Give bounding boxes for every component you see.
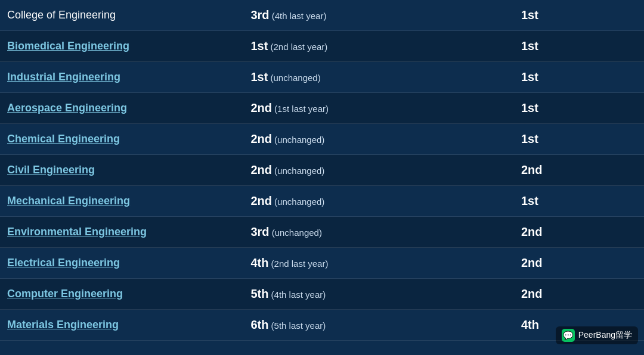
rank-main: 2nd — [250, 163, 272, 176]
rank2-cell: 2nd — [515, 248, 644, 279]
dept-link[interactable]: Electrical Engineering — [7, 257, 120, 269]
dept-link[interactable]: Industrial Engineering — [7, 71, 120, 83]
rank-main: 4th — [250, 256, 268, 269]
rank-main: 1st — [250, 39, 268, 52]
dept-link[interactable]: Biomedical Engineering — [7, 40, 129, 52]
dept-link[interactable]: Materials Engineering — [7, 319, 119, 331]
rank-main: 1st — [250, 70, 268, 83]
dept-cell: College of Engineering — [0, 0, 244, 31]
rank-cell: 1st (2nd last year) — [244, 31, 515, 62]
rank2-cell: 1st — [515, 31, 644, 62]
dept-cell: Aerospace Engineering — [0, 93, 244, 124]
rank2-main: 1st — [521, 132, 538, 145]
rank2-main: 4th — [521, 318, 539, 331]
dept-cell: Industrial Engineering — [0, 62, 244, 93]
rank2-cell: 1st — [515, 93, 644, 124]
rank-cell: 5th (4th last year) — [244, 279, 515, 310]
rank-cell: 6th (5th last year) — [244, 310, 515, 341]
rank-sub: (5th last year) — [268, 320, 326, 331]
rank-sub: (1st last year) — [272, 104, 329, 114]
rank-sub: (unchanged) — [270, 228, 322, 238]
rank-sub: (unchanged) — [268, 73, 320, 83]
dept-link[interactable]: Environmental Engineering — [7, 226, 147, 238]
dept-cell: Mechanical Engineering — [0, 186, 244, 217]
dept-cell: Materials Engineering — [0, 310, 244, 341]
rank2-main: 2nd — [521, 163, 543, 176]
rank-main: 6th — [250, 318, 268, 331]
rank-cell: 2nd (unchanged) — [244, 124, 515, 155]
rank-sub: (2nd last year) — [268, 42, 327, 52]
dept-cell: Civil Engineering — [0, 155, 244, 186]
rank2-cell: 1st — [515, 62, 644, 93]
rank-sub: (4th last year) — [270, 11, 327, 21]
table-row: Chemical Engineering2nd (unchanged)1st — [0, 124, 644, 155]
table-row: Civil Engineering2nd (unchanged)2nd — [0, 155, 644, 186]
rank-main: 3rd — [250, 225, 269, 238]
watermark: 💬 PeerBang留学 — [556, 326, 638, 344]
table-row: College of Engineering3rd (4th last year… — [0, 0, 644, 31]
rank2-cell: 1st — [515, 124, 644, 155]
table-row: Environmental Engineering3rd (unchanged)… — [0, 217, 644, 248]
dept-cell: Biomedical Engineering — [0, 31, 244, 62]
rank-sub: (unchanged) — [272, 135, 324, 145]
dept-cell: Electrical Engineering — [0, 248, 244, 279]
rank-sub: (4th last year) — [268, 289, 326, 300]
rank-cell: 2nd (unchanged) — [244, 155, 515, 186]
rank-cell: 2nd (unchanged) — [244, 186, 515, 217]
dept-link[interactable]: Mechanical Engineering — [7, 195, 130, 207]
rank2-main: 1st — [521, 8, 538, 21]
rank-cell: 1st (unchanged) — [244, 62, 515, 93]
rank2-main: 1st — [521, 194, 538, 207]
rank-sub: (2nd last year) — [268, 259, 328, 269]
table-row: Industrial Engineering1st (unchanged)1st — [0, 62, 644, 93]
dept-link[interactable]: Computer Engineering — [7, 288, 123, 300]
rank2-main: 2nd — [521, 287, 543, 300]
rank-main: 2nd — [250, 101, 272, 114]
dept-link[interactable]: Aerospace Engineering — [7, 102, 127, 114]
watermark-text: PeerBang留学 — [578, 330, 632, 341]
dept-link[interactable]: Civil Engineering — [7, 164, 95, 176]
table-container: College of Engineering3rd (4th last year… — [0, 0, 644, 355]
rank2-cell: 2nd — [515, 279, 644, 310]
rank2-main: 1st — [521, 70, 538, 83]
rank2-main: 2nd — [521, 225, 543, 238]
dept-cell: Environmental Engineering — [0, 217, 244, 248]
rank-sub: (unchanged) — [272, 197, 324, 207]
rank-cell: 3rd (unchanged) — [244, 217, 515, 248]
rank-cell: 3rd (4th last year) — [244, 0, 515, 31]
rank2-cell: 1st — [515, 0, 644, 31]
dept-link[interactable]: Chemical Engineering — [7, 133, 120, 145]
table-row: Mechanical Engineering2nd (unchanged)1st — [0, 186, 644, 217]
rank2-main: 1st — [521, 101, 538, 114]
rank-main: 5th — [250, 287, 268, 300]
rank2-cell: 2nd — [515, 155, 644, 186]
rank2-cell: 2nd — [515, 217, 644, 248]
table-row: Biomedical Engineering1st (2nd last year… — [0, 31, 644, 62]
rank2-main: 2nd — [521, 256, 543, 269]
rank-cell: 2nd (1st last year) — [244, 93, 515, 124]
rank2-cell: 1st — [515, 186, 644, 217]
rankings-table: College of Engineering3rd (4th last year… — [0, 0, 644, 341]
rank-sub: (unchanged) — [272, 166, 324, 176]
table-row: Electrical Engineering4th (2nd last year… — [0, 248, 644, 279]
rank-main: 2nd — [250, 194, 272, 207]
rank2-main: 1st — [521, 39, 538, 52]
watermark-icon: 💬 — [562, 329, 575, 342]
rank-main: 3rd — [250, 8, 269, 21]
dept-cell: Chemical Engineering — [0, 124, 244, 155]
rank-cell: 4th (2nd last year) — [244, 248, 515, 279]
rank-main: 2nd — [250, 132, 272, 145]
table-row: Aerospace Engineering2nd (1st last year)… — [0, 93, 644, 124]
table-row: Materials Engineering6th (5th last year)… — [0, 310, 644, 341]
dept-cell: Computer Engineering — [0, 279, 244, 310]
table-row: Computer Engineering5th (4th last year)2… — [0, 279, 644, 310]
